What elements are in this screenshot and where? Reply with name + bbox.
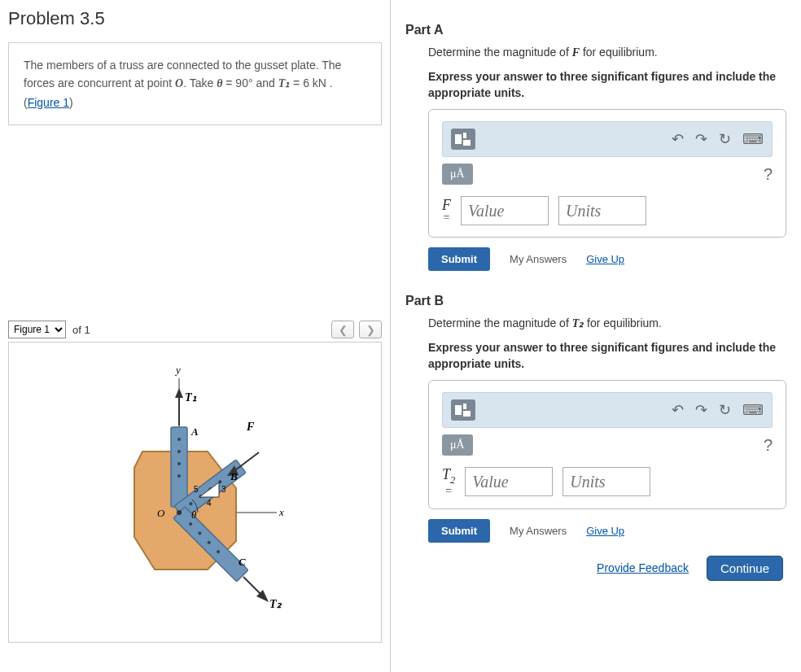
part-b-units-input[interactable] <box>562 467 650 496</box>
part-b-q2: for equilibrium. <box>584 316 662 329</box>
figure-of: of 1 <box>72 324 90 336</box>
equals: = <box>442 212 451 224</box>
a-label: A <box>190 425 199 438</box>
svg-point-7 <box>177 474 181 478</box>
redo-icon[interactable]: ↷ <box>695 401 707 419</box>
part-a-qvar: F <box>572 46 580 59</box>
part-b-my-answers[interactable]: My Answers <box>510 525 567 537</box>
part-a-question: Determine the magnitude of F for equilib… <box>428 46 786 59</box>
svg-rect-29 <box>455 405 462 415</box>
b-label: B <box>230 470 238 482</box>
figure-next-button[interactable]: ❯ <box>359 321 382 338</box>
tri-3: 3 <box>221 485 226 494</box>
redo-icon[interactable]: ↷ <box>695 130 707 148</box>
part-a-q1: Determine the magnitude of <box>428 46 572 59</box>
svg-rect-28 <box>463 140 471 146</box>
part-a-var-label: F = <box>442 198 451 224</box>
figure-frame: x y O <box>8 342 382 643</box>
o-label: O <box>157 507 165 519</box>
provide-feedback-link[interactable]: Provide Feedback <box>597 561 689 574</box>
part-b-instructions: Express your answer to three significant… <box>428 340 786 372</box>
part-b-submit-button[interactable]: Submit <box>428 519 490 543</box>
keyboard-icon[interactable]: ⌨ <box>742 130 764 148</box>
part-b-toolbar: ↶ ↷ ↻ ⌨ <box>442 392 773 428</box>
part-b-qvar: T₂ <box>572 317 584 329</box>
part-a-give-up[interactable]: Give Up <box>586 253 624 265</box>
problem-title: Problem 3.5 <box>8 8 382 29</box>
undo-icon[interactable]: ↶ <box>672 130 684 148</box>
prompt-text: = 90° and <box>222 76 278 89</box>
help-icon[interactable]: ? <box>764 165 773 184</box>
x-axis-label: x <box>278 506 284 518</box>
part-a-answer-panel: ↶ ↷ ↻ ⌨ μÅ ? F = <box>428 109 786 238</box>
c-label: C <box>239 556 246 568</box>
t1-label: T₁ <box>185 391 197 404</box>
svg-point-5 <box>177 450 181 453</box>
part-a-toolbar: ↶ ↷ ↻ ⌨ <box>442 121 773 157</box>
part-a-head: Part A <box>405 23 786 37</box>
part-b-give-up[interactable]: Give Up <box>586 525 624 537</box>
f-label: F <box>246 421 255 433</box>
equals: = <box>442 486 455 497</box>
help-icon[interactable]: ? <box>764 436 773 455</box>
part-a-instructions: Express your answer to three significant… <box>428 69 786 101</box>
svg-point-18 <box>177 510 182 515</box>
part-b-value-input[interactable] <box>465 467 553 496</box>
templates-icon[interactable] <box>451 129 475 150</box>
point-o: O <box>175 77 183 89</box>
undo-icon[interactable]: ↶ <box>672 401 684 419</box>
t1-var: T₁ <box>278 77 291 89</box>
part-b-question: Determine the magnitude of T₂ for equili… <box>428 316 786 330</box>
templates-icon[interactable] <box>451 399 475 421</box>
figure-link[interactable]: Figure 1 <box>28 96 69 109</box>
var-t2: T2 <box>442 467 455 485</box>
part-b-answer-panel: ↶ ↷ ↻ ⌨ μÅ ? T2 = <box>428 380 786 508</box>
svg-point-6 <box>177 462 181 465</box>
part-a-q2: for equilibrium. <box>580 46 658 59</box>
var-f: F <box>442 198 451 212</box>
svg-marker-20 <box>175 388 183 398</box>
keyboard-icon[interactable]: ⌨ <box>742 401 764 419</box>
part-b-var-label: T2 = <box>442 467 455 496</box>
figure-svg: x y O <box>61 354 330 631</box>
tri-5: 5 <box>194 485 199 494</box>
prompt-text: ) <box>69 96 73 109</box>
part-b-q1: Determine the magnitude of <box>428 316 572 329</box>
theta-label: θ <box>191 508 197 521</box>
reset-icon[interactable]: ↻ <box>719 130 731 148</box>
continue-button[interactable]: Continue <box>707 556 783 581</box>
part-a-units-input[interactable] <box>558 196 646 225</box>
units-chip[interactable]: μÅ <box>442 434 473 456</box>
y-axis-label: y <box>174 364 181 376</box>
reset-icon[interactable]: ↻ <box>719 401 731 419</box>
part-a-value-input[interactable] <box>461 196 549 225</box>
problem-prompt: The members of a truss are connected to … <box>8 42 382 125</box>
svg-rect-30 <box>463 404 466 409</box>
part-b-head: Part B <box>405 294 786 308</box>
tri-4: 4 <box>207 499 212 508</box>
svg-point-4 <box>177 438 181 441</box>
figure-select[interactable]: Figure 1 <box>8 321 66 338</box>
part-a-submit-button[interactable]: Submit <box>428 247 490 271</box>
t2-label: T₂ <box>269 598 282 610</box>
part-a-my-answers[interactable]: My Answers <box>510 253 567 265</box>
figure-prev-button[interactable]: ❮ <box>331 321 354 338</box>
svg-rect-26 <box>455 134 462 144</box>
svg-rect-27 <box>463 133 466 138</box>
svg-rect-31 <box>463 411 471 417</box>
prompt-text: . Take <box>183 76 217 89</box>
units-chip[interactable]: μÅ <box>442 164 473 185</box>
